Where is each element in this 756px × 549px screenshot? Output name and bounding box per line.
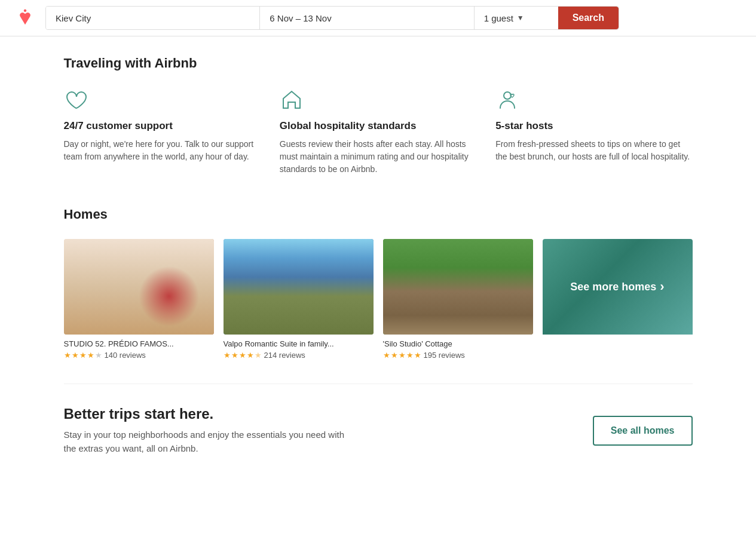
header: 1 guest ▼ Search: [0, 0, 756, 36]
feature-five-star-title: 5-star hosts: [495, 120, 692, 132]
stars-2: ★ ★ ★ ★ ★: [224, 351, 262, 360]
guests-selector[interactable]: 1 guest ▼: [475, 7, 558, 29]
dates-input[interactable]: [260, 7, 474, 29]
stars-3: ★ ★ ★ ★ ★: [383, 351, 421, 360]
see-more-background: See more homes ›: [543, 239, 693, 335]
svg-point-0: [504, 92, 511, 99]
star-icon: ★: [383, 351, 390, 360]
home-card-1[interactable]: STUDIO 52. PRÉDIO FAMOS... ★ ★ ★ ★ ★ 140…: [64, 239, 214, 360]
guests-value: 1 guest: [484, 13, 513, 23]
star-icon: ★: [255, 351, 262, 360]
home-reviews-1: ★ ★ ★ ★ ★ 140 reviews: [64, 351, 214, 360]
see-more-homes-card[interactable]: See more homes ›: [543, 239, 693, 360]
feature-five-star: 5-star hosts From fresh-pressed sheets t…: [495, 88, 692, 176]
person-heart-icon: [495, 88, 519, 112]
homes-section: Homes STUDIO 52. PRÉDIO FAMOS... ★ ★ ★ ★…: [64, 190, 693, 374]
star-icon: ★: [414, 351, 421, 360]
traveling-title: Traveling with Airbnb: [64, 56, 693, 71]
home-image-2: [224, 239, 374, 335]
review-count-1: 140 reviews: [105, 351, 146, 360]
see-more-label: See more homes: [570, 281, 656, 293]
see-more-homes-text: See more homes ›: [570, 279, 664, 295]
airbnb-logo: [14, 7, 36, 29]
star-icon: ★: [72, 351, 79, 360]
feature-hospitality: Global hospitality standards Guests revi…: [280, 88, 476, 176]
star-icon: ★: [399, 351, 406, 360]
chevron-down-icon: ▼: [517, 14, 524, 22]
star-icon: ★: [95, 351, 102, 360]
star-icon: ★: [224, 351, 231, 360]
feature-hospitality-desc: Guests review their hosts after each sta…: [280, 138, 476, 176]
main-content: Traveling with Airbnb 24/7 customer supp…: [50, 36, 707, 479]
review-count-3: 195 reviews: [424, 351, 465, 360]
homes-grid: STUDIO 52. PRÉDIO FAMOS... ★ ★ ★ ★ ★ 140…: [64, 239, 693, 360]
location-input[interactable]: [46, 7, 260, 29]
search-bar: 1 guest ▼ Search: [45, 6, 619, 30]
home-icon: [280, 88, 304, 112]
feature-five-star-desc: From fresh-pressed sheets to tips on whe…: [495, 138, 692, 163]
search-button[interactable]: Search: [558, 7, 619, 29]
homes-title: Homes: [64, 207, 693, 222]
star-icon: ★: [239, 351, 246, 360]
star-icon: ★: [79, 351, 87, 360]
star-icon: ★: [247, 351, 254, 360]
star-icon: ★: [87, 351, 94, 360]
features-grid: 24/7 customer support Day or night, we'r…: [64, 88, 693, 176]
home-title-2: Valpo Romantic Suite in family...: [224, 339, 374, 348]
star-icon: ★: [64, 351, 71, 360]
heart-icon: [64, 88, 88, 112]
star-icon: ★: [231, 351, 238, 360]
home-card-2[interactable]: Valpo Romantic Suite in family... ★ ★ ★ …: [224, 239, 374, 360]
feature-customer-support-desc: Day or night, we're here for you. Talk t…: [64, 138, 261, 163]
feature-customer-support-title: 24/7 customer support: [64, 120, 261, 132]
stars-1: ★ ★ ★ ★ ★: [64, 351, 102, 360]
star-icon: ★: [391, 351, 398, 360]
home-reviews-2: ★ ★ ★ ★ ★ 214 reviews: [224, 351, 374, 360]
better-trips-description: Stay in your top neighborhoods and enjoy…: [64, 428, 351, 455]
traveling-section: Traveling with Airbnb 24/7 customer supp…: [64, 36, 693, 190]
better-trips-text-block: Better trips start here. Stay in your to…: [64, 406, 351, 455]
feature-hospitality-title: Global hospitality standards: [280, 120, 476, 132]
better-trips-title: Better trips start here.: [64, 406, 351, 422]
feature-customer-support: 24/7 customer support Day or night, we'r…: [64, 88, 261, 176]
see-all-homes-button[interactable]: See all homes: [593, 416, 693, 446]
home-image-3: [383, 239, 533, 335]
home-reviews-3: ★ ★ ★ ★ ★ 195 reviews: [383, 351, 533, 360]
star-icon: ★: [406, 351, 414, 360]
chevron-right-icon: ›: [660, 279, 664, 295]
home-title-1: STUDIO 52. PRÉDIO FAMOS...: [64, 339, 214, 348]
home-title-3: 'Silo Studio' Cottage: [383, 339, 533, 348]
better-trips-section: Better trips start here. Stay in your to…: [64, 384, 693, 479]
home-image-1: [64, 239, 214, 335]
home-card-3[interactable]: 'Silo Studio' Cottage ★ ★ ★ ★ ★ 195 revi…: [383, 239, 533, 360]
review-count-2: 214 reviews: [264, 351, 305, 360]
